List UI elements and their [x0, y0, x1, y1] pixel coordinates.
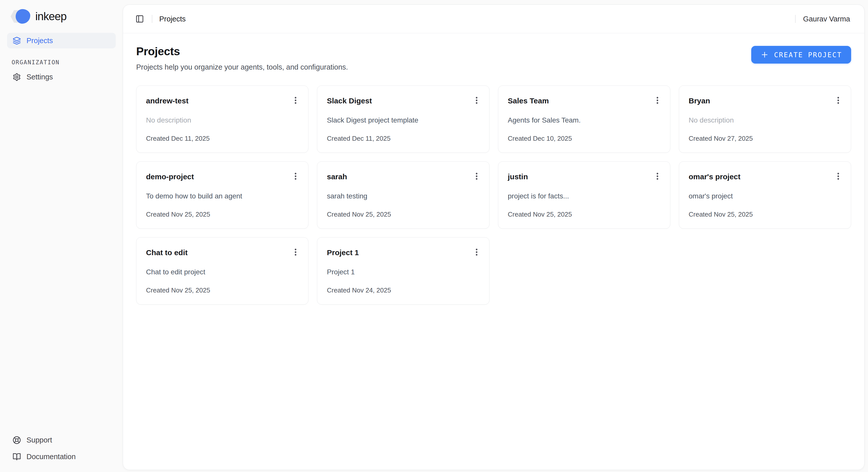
book-open-icon: [12, 452, 21, 461]
project-card-description: omar's project: [689, 192, 841, 200]
sidebar-section-organization: ORGANIZATION: [7, 59, 116, 66]
project-card[interactable]: Slack Digest Slack Digest project templa…: [317, 86, 489, 153]
kebab-menu-icon: [472, 96, 481, 105]
top-header: Projects Gaurav Varma: [123, 5, 864, 33]
project-card-created-date: Created Dec 11, 2025: [327, 135, 479, 143]
page-title: Projects: [136, 45, 348, 58]
project-card-title: sarah: [327, 172, 347, 182]
plus-icon: [760, 51, 769, 59]
sidebar-item-settings[interactable]: Settings: [7, 69, 116, 85]
project-card-title: andrew-test: [146, 96, 188, 106]
project-card-description: Agents for Sales Team.: [508, 116, 660, 125]
sidebar-item-label: Documentation: [27, 452, 76, 461]
project-card-menu-button[interactable]: [652, 171, 663, 182]
kebab-menu-icon: [653, 172, 662, 181]
project-card-menu-button[interactable]: [471, 95, 482, 106]
project-card-title: Sales Team: [508, 96, 549, 106]
lifebuoy-icon: [12, 436, 21, 444]
project-card-description: Project 1: [327, 268, 479, 276]
create-project-button[interactable]: CREATE PROJECT: [751, 46, 851, 64]
project-card-title: Slack Digest: [327, 96, 372, 106]
project-card-created-date: Created Dec 10, 2025: [508, 135, 660, 143]
sidebar-toggle-button[interactable]: [133, 12, 146, 26]
project-card[interactable]: sarah sarah testing Created Nov 25, 2025: [317, 161, 489, 229]
panel-left-icon: [135, 14, 144, 23]
sidebar-item-support[interactable]: Support: [7, 432, 116, 448]
project-card-menu-button[interactable]: [471, 171, 482, 182]
kebab-menu-icon: [291, 172, 300, 181]
header-divider-right: [795, 15, 796, 23]
project-card-created-date: Created Nov 24, 2025: [327, 286, 479, 294]
project-card-created-date: Created Nov 25, 2025: [146, 211, 299, 218]
project-card[interactable]: Chat to edit Chat to edit project Create…: [136, 237, 308, 305]
sidebar-nav: Projects: [7, 33, 116, 49]
project-card[interactable]: demo-project To demo how to build an age…: [136, 161, 308, 229]
project-card-created-date: Created Nov 25, 2025: [146, 286, 299, 294]
projects-grid: andrew-test No description Created Dec 1…: [136, 86, 851, 305]
project-card-created-date: Created Nov 25, 2025: [689, 211, 841, 218]
kebab-menu-icon: [653, 96, 662, 105]
main-panel: Projects Gaurav Varma Projects Projects …: [123, 4, 865, 470]
project-card-created-date: Created Nov 27, 2025: [689, 135, 841, 143]
kebab-menu-icon: [291, 248, 300, 257]
project-card[interactable]: justin project is for facts... Created N…: [498, 161, 670, 229]
project-card-title: Project 1: [327, 248, 359, 258]
project-card-description: No description: [689, 116, 841, 125]
project-card-title: justin: [508, 172, 528, 182]
project-card[interactable]: omar's project omar's project Created No…: [679, 161, 851, 229]
project-card-title: demo-project: [146, 172, 194, 182]
project-card[interactable]: Project 1 Project 1 Created Nov 24, 2025: [317, 237, 489, 305]
kebab-menu-icon: [834, 172, 843, 181]
content-area: Projects Projects help you organize your…: [123, 33, 864, 470]
sidebar: inkeep Projects ORGANIZATION Settings: [0, 0, 123, 472]
kebab-menu-icon: [472, 172, 481, 181]
project-card-title: omar's project: [689, 172, 741, 182]
project-card-created-date: Created Nov 25, 2025: [508, 211, 660, 218]
sidebar-item-label: Projects: [27, 37, 53, 45]
user-menu-button[interactable]: Gaurav Varma: [803, 15, 850, 23]
project-card-description: Slack Digest project template: [327, 116, 479, 125]
project-card-menu-button[interactable]: [290, 247, 301, 258]
brand-name: inkeep: [35, 10, 67, 23]
gear-icon: [12, 73, 21, 81]
project-card-description: sarah testing: [327, 192, 479, 200]
header-divider: [152, 15, 152, 23]
project-card-title: Bryan: [689, 96, 710, 106]
inkeep-logo-icon: [10, 8, 32, 24]
kebab-menu-icon: [291, 96, 300, 105]
project-card-created-date: Created Nov 25, 2025: [327, 211, 479, 218]
sidebar-item-label: Support: [27, 436, 52, 444]
project-card-menu-button[interactable]: [833, 95, 844, 106]
project-card[interactable]: andrew-test No description Created Dec 1…: [136, 86, 308, 153]
project-card-menu-button[interactable]: [290, 171, 301, 182]
project-card[interactable]: Sales Team Agents for Sales Team. Create…: [498, 86, 670, 153]
breadcrumb: Projects: [159, 15, 186, 23]
project-card-menu-button[interactable]: [833, 171, 844, 182]
project-card-created-date: Created Dec 11, 2025: [146, 135, 299, 143]
project-card-description: No description: [146, 116, 299, 125]
brand-logo[interactable]: inkeep: [7, 6, 116, 26]
kebab-menu-icon: [472, 248, 481, 257]
layers-icon: [12, 37, 21, 45]
project-card[interactable]: Bryan No description Created Nov 27, 202…: [679, 86, 851, 153]
project-card-menu-button[interactable]: [652, 95, 663, 106]
project-card-title: Chat to edit: [146, 248, 188, 258]
kebab-menu-icon: [834, 96, 843, 105]
project-card-description: Chat to edit project: [146, 268, 299, 276]
sidebar-item-label: Settings: [27, 73, 53, 81]
project-card-menu-button[interactable]: [471, 247, 482, 258]
project-card-menu-button[interactable]: [290, 95, 301, 106]
project-card-description: project is for facts...: [508, 192, 660, 200]
sidebar-item-documentation[interactable]: Documentation: [7, 449, 116, 465]
page-subtitle: Projects help you organize your agents, …: [136, 63, 348, 71]
project-card-description: To demo how to build an agent: [146, 192, 299, 200]
sidebar-item-projects[interactable]: Projects: [7, 33, 116, 49]
